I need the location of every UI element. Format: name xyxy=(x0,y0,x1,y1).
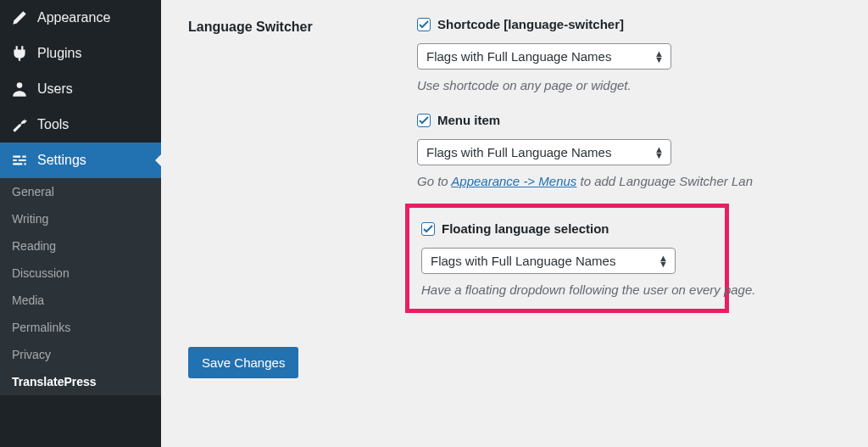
submenu-translatepress[interactable]: TranslatePress xyxy=(0,368,161,395)
select-arrows-icon: ▲▼ xyxy=(654,51,664,63)
settings-content: Language Switcher Shortcode [language-sw… xyxy=(161,0,868,447)
menu-label: Plugins xyxy=(37,46,81,61)
section-label: Language Switcher xyxy=(188,17,417,35)
menu-label: Settings xyxy=(37,153,86,168)
shortcode-select[interactable]: Flags with Full Language Names ▲▼ xyxy=(417,43,671,70)
plug-icon xyxy=(10,44,29,63)
user-icon xyxy=(10,80,29,98)
floating-description: Have a floating dropdown following the u… xyxy=(421,282,713,297)
submenu-general[interactable]: General xyxy=(0,178,161,205)
save-button[interactable]: Save Changes xyxy=(188,347,298,378)
menu-label: Users xyxy=(37,81,73,97)
menu-item-description: Go to Appearance -> Menus to add Languag… xyxy=(417,174,851,188)
sliders-icon xyxy=(10,151,29,170)
submenu-privacy[interactable]: Privacy xyxy=(0,341,161,368)
wrench-icon xyxy=(10,115,29,134)
shortcode-option: Shortcode [language-switcher] Flags with… xyxy=(417,17,851,92)
sidebar-item-plugins[interactable]: Plugins xyxy=(0,36,161,71)
menu-item-select[interactable]: Flags with Full Language Names ▲▼ xyxy=(417,139,671,165)
floating-label: Floating language selection xyxy=(442,221,609,236)
select-arrows-icon: ▲▼ xyxy=(654,147,664,159)
shortcode-checkbox[interactable] xyxy=(417,18,431,31)
menu-label: Appearance xyxy=(37,10,110,25)
submenu-discussion[interactable]: Discussion xyxy=(0,260,161,287)
brush-icon xyxy=(10,8,29,27)
submenu-media[interactable]: Media xyxy=(0,287,161,314)
menu-label: Tools xyxy=(37,117,69,132)
appearance-menus-link[interactable]: Appearance -> Menus xyxy=(451,174,576,188)
sidebar-item-tools[interactable]: Tools xyxy=(0,107,161,142)
shortcode-label: Shortcode [language-switcher] xyxy=(437,17,624,31)
submenu-permalinks[interactable]: Permalinks xyxy=(0,314,161,341)
sidebar-item-settings[interactable]: Settings xyxy=(0,142,161,178)
select-value: Flags with Full Language Names xyxy=(426,49,611,64)
floating-option: Floating language selection Flags with F… xyxy=(421,221,713,297)
select-value: Flags with Full Language Names xyxy=(426,145,611,159)
submenu-reading[interactable]: Reading xyxy=(0,232,161,260)
admin-sidebar: Appearance Plugins Users Tools Settings … xyxy=(0,0,161,447)
menu-item-option: Menu item Flags with Full Language Names… xyxy=(417,113,851,188)
floating-highlight: Floating language selection Flags with F… xyxy=(405,204,729,313)
select-arrows-icon: ▲▼ xyxy=(659,255,668,267)
sidebar-item-users[interactable]: Users xyxy=(0,71,161,107)
submenu-writing[interactable]: Writing xyxy=(0,205,161,232)
shortcode-description: Use shortcode on any page or widget. xyxy=(417,78,851,92)
select-value: Flags with Full Language Names xyxy=(431,254,615,268)
menu-item-checkbox[interactable] xyxy=(417,114,431,127)
floating-select[interactable]: Flags with Full Language Names ▲▼ xyxy=(421,248,676,274)
menu-item-label: Menu item xyxy=(437,113,500,127)
floating-checkbox[interactable] xyxy=(421,222,435,236)
sidebar-item-appearance[interactable]: Appearance xyxy=(0,0,161,36)
